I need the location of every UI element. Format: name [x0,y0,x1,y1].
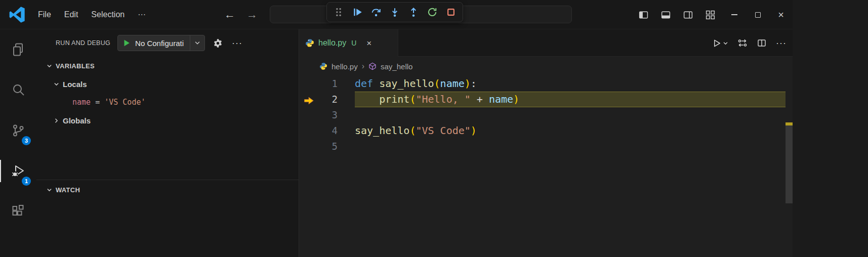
code-text[interactable]: print("Hello, " + name) [355,92,786,107]
debug-toolbar-drag-handle[interactable] [333,7,344,18]
activitybar-run-and-debug[interactable]: 1 [0,151,36,191]
gutter-glyph-margin[interactable] [299,139,322,154]
chevron-down-icon[interactable] [190,39,204,47]
close-icon: × [778,10,784,20]
code-text[interactable] [355,107,786,123]
debug-step-over-button[interactable] [370,7,382,18]
line-number: 1 [322,76,338,92]
breadcrumb: hello.py › say_hello [299,57,793,76]
configuration-label: No Configurati [133,39,190,48]
variables-section-header[interactable]: VARIABLES [36,57,299,75]
code-line: 2 print("Hello, " + name) [299,92,793,107]
search-icon [11,82,26,98]
variable-row[interactable]: name = 'VS Code' [36,93,299,111]
customize-layout-button[interactable] [700,5,720,25]
toggle-panel-button[interactable] [656,5,675,25]
chevron-down-icon [723,40,728,46]
locals-scope-row[interactable]: Locals [36,75,299,93]
code-lines: 1def say_hello(name):2 print("Hello, " +… [299,76,793,154]
watch-section-header[interactable]: WATCH [36,180,299,199]
menu-overflow[interactable]: ··· [131,7,152,23]
editor-scrollbar[interactable] [786,122,793,257]
editor-group: hello.py U × ··· [299,29,793,257]
activity-bar: 3 1 [0,29,36,257]
chevron-down-icon [45,63,54,69]
globals-label: Globals [63,116,91,125]
menu-bar: File Edit Selection ··· [31,0,152,29]
minimize-icon [731,14,737,15]
code-text[interactable] [355,139,786,154]
menu-edit[interactable]: Edit [58,7,85,23]
debug-settings-gear-icon[interactable] [213,38,223,48]
code-text[interactable]: say_hello("VS Code") [355,123,786,139]
tab-close-icon[interactable]: × [366,39,371,48]
start-debug-icon[interactable] [118,38,133,48]
run-and-debug-sidebar: RUN AND DEBUG No Configurati ··· [36,29,299,257]
debug-stop-button[interactable] [445,7,457,18]
code-line: 3 [299,107,793,123]
chevron-down-icon [52,81,61,88]
debug-step-into-button[interactable] [389,7,400,18]
layout-controls [634,5,720,25]
vscode-logo-icon [9,7,25,23]
scrollbar-thumb[interactable] [786,122,793,203]
source-control-icon [11,123,26,138]
line-number: 3 [322,107,338,123]
python-file-icon [305,38,314,48]
toggle-primary-sidebar-button[interactable] [634,5,653,25]
git-status-badge: U [351,39,356,47]
maximize-button[interactable] [746,0,769,29]
line-number: 5 [322,139,338,154]
editor-more-actions[interactable]: ··· [776,38,787,49]
title-bar: File Edit Selection ··· ← → [0,0,793,29]
globals-scope-row[interactable]: Globals [36,111,299,130]
vscode-window: File Edit Selection ··· ← → [0,0,793,257]
sidebar-more-actions[interactable]: ··· [232,38,242,49]
variable-name: name [72,98,91,107]
menu-file[interactable]: File [31,7,58,23]
breadcrumb-separator-icon: › [362,62,364,71]
chevron-right-icon [52,117,61,124]
menu-selection[interactable]: Selection [85,7,131,23]
activitybar-search[interactable] [0,70,36,110]
toggle-secondary-sidebar-button[interactable] [678,5,697,25]
source-control-badge: 3 [22,136,31,145]
variables-section-label: VARIABLES [56,62,95,70]
sidebar-title: RUN AND DEBUG [56,39,110,47]
debug-current-line-arrow-icon [304,95,314,105]
tab-bar: hello.py U × ··· [299,29,793,57]
activitybar-explorer[interactable] [0,29,36,70]
forward-button[interactable]: → [242,0,262,29]
debug-step-out-button[interactable] [408,7,419,18]
open-changes-button[interactable] [737,38,748,48]
gutter-glyph-margin[interactable] [299,123,322,139]
maximize-icon [755,12,761,18]
equals-sign: = [91,98,104,107]
tab-label: hello.py [318,38,346,48]
run-python-file-button[interactable] [712,38,728,48]
code-line: 1def say_hello(name): [299,76,793,92]
debug-badge: 1 [22,177,31,186]
close-window-button[interactable]: × [769,0,793,29]
debug-restart-button[interactable] [427,7,438,18]
minimize-button[interactable] [723,0,746,29]
debug-continue-button[interactable] [352,7,363,18]
python-file-icon [319,62,327,70]
watch-section-label: WATCH [56,186,80,194]
debug-variables-tree: VARIABLES Locals name = 'VS Code' Global… [36,57,299,130]
tab-hello-py[interactable]: hello.py U × [299,29,398,57]
explorer-icon [11,42,26,57]
breadcrumb-symbol[interactable]: say_hello [381,62,412,71]
split-editor-button[interactable] [757,38,767,48]
breadcrumb-file[interactable]: hello.py [332,62,358,71]
activitybar-extensions[interactable] [0,191,36,232]
run-and-debug-icon [11,163,26,179]
gutter-glyph-margin[interactable] [299,107,322,123]
activitybar-source-control[interactable]: 3 [0,110,36,151]
back-button[interactable]: ← [220,0,240,29]
extensions-icon [11,204,26,219]
debug-configuration-dropdown[interactable]: No Configurati [117,35,205,51]
watch-section: WATCH [36,180,299,199]
gutter-glyph-margin[interactable] [299,76,322,92]
code-text[interactable]: def say_hello(name): [355,76,786,92]
